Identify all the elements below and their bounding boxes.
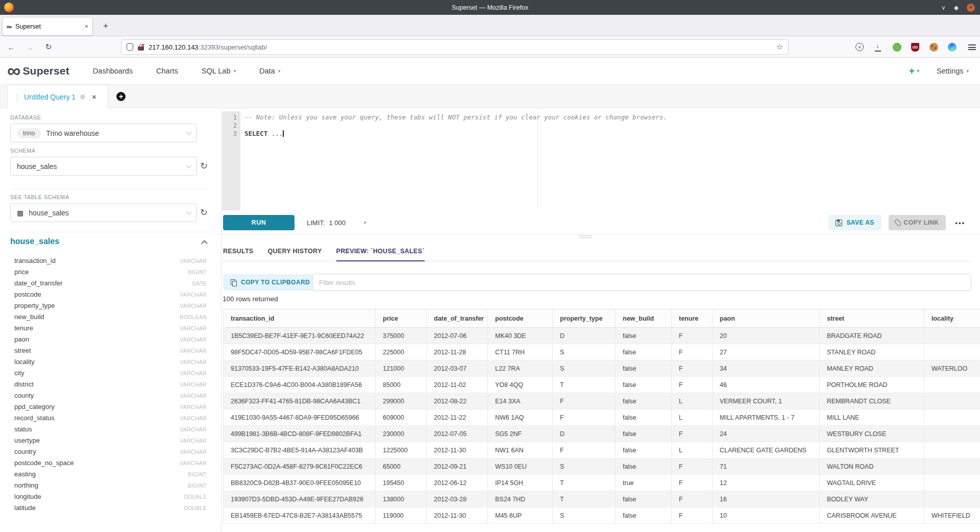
extension-color-icon[interactable] xyxy=(946,41,958,53)
table-row[interactable]: 3C3C29DC-B7B2-4BE5-914A-A38123AF403B1225… xyxy=(224,442,980,458)
schema-column-row[interactable]: longitudeDOUBLE xyxy=(0,491,222,502)
header-cell-property_type[interactable]: property_type xyxy=(553,309,616,328)
header-cell-transaction_id[interactable]: transaction_id xyxy=(224,309,376,328)
extension-ublock-icon[interactable]: UO xyxy=(909,41,921,53)
nav-item-sql-lab[interactable]: SQL Lab▾ xyxy=(202,67,236,75)
tracking-shield-icon[interactable] xyxy=(127,43,133,51)
window-close-icon[interactable]: × xyxy=(967,4,975,12)
schema-column-row[interactable]: districtVARCHAR xyxy=(0,379,222,390)
header-cell-street[interactable]: street xyxy=(820,309,924,328)
url-bar[interactable]: 217.160.120.143:32393/superset/sqllab/ ☆ xyxy=(121,39,789,55)
table-row[interactable]: 193907D3-5DBD-453D-A49E-9FEE27DAB9261380… xyxy=(224,491,980,507)
database-select[interactable]: trino Trino warehouse xyxy=(10,124,197,142)
nav-item-charts[interactable]: Charts xyxy=(156,67,178,75)
forward-icon[interactable]: → xyxy=(23,41,36,53)
header-cell-new_build[interactable]: new_build xyxy=(616,309,672,328)
schema-column-row[interactable]: date_of_transferDATE xyxy=(0,278,222,289)
schema-column-row[interactable]: localityVARCHAR xyxy=(0,356,222,368)
insecure-lock-icon[interactable] xyxy=(138,44,144,51)
refresh-schema-icon[interactable]: ↻ xyxy=(200,160,208,172)
header-cell-paon[interactable]: paon xyxy=(713,309,820,328)
limit-dropdown[interactable]: LIMIT: 1 000 ▾ xyxy=(307,219,366,227)
more-actions-button[interactable]: ••• xyxy=(953,219,967,227)
menu-hamburger-icon[interactable] xyxy=(966,41,978,53)
schema-column-row[interactable]: cityVARCHAR xyxy=(0,368,222,379)
superset-brand[interactable]: ∞ Superset xyxy=(7,63,69,79)
schema-column-row[interactable]: tenureVARCHAR xyxy=(0,323,222,334)
sql-editor[interactable]: 123 -- Note: Unless you save your query,… xyxy=(222,111,971,210)
column-type: VARCHAR xyxy=(180,390,207,401)
add-new-menu[interactable]: +▾ xyxy=(909,66,919,77)
schema-column-row[interactable]: postcode_no_spaceVARCHAR xyxy=(0,457,222,469)
window-minimize-icon[interactable]: ∨ xyxy=(941,4,946,11)
table-row[interactable]: F5C273AC-0D2A-458F-8279-9C61F0C22EC66500… xyxy=(224,458,980,475)
filter-results-input[interactable] xyxy=(312,274,971,291)
schema-column-row[interactable]: ppd_categoryVARCHAR xyxy=(0,401,222,413)
nav-item-dashboards[interactable]: Dashboards xyxy=(93,67,133,75)
table-select[interactable]: ▦ house_sales xyxy=(10,203,197,222)
schema-column-row[interactable]: countryVARCHAR xyxy=(0,446,222,457)
table-row[interactable]: 2636F323-FF41-4765-81DB-98CAA6A43BC12990… xyxy=(224,393,980,409)
table-row[interactable]: 419E1030-9A55-4467-8DA9-9FED95D659666090… xyxy=(224,409,980,426)
new-tab-button[interactable]: + xyxy=(99,19,113,33)
url-text[interactable]: 217.160.120.143:32393/superset/sqllab/ xyxy=(149,43,772,51)
schema-column-row[interactable]: eastingBIGINT xyxy=(0,469,222,480)
query-tab-close-icon[interactable]: × xyxy=(92,93,96,101)
table-row[interactable]: ECE1D376-C9A6-4C00-B004-A380B189FA568500… xyxy=(224,377,980,393)
schema-column-row[interactable]: countyVARCHAR xyxy=(0,390,222,401)
table-row[interactable]: 98F5DC47-0D05-4D59-95B7-98CA6F1FDE052250… xyxy=(224,344,980,360)
schema-column-row[interactable]: record_statusVARCHAR xyxy=(0,413,222,424)
table-row[interactable]: EB1459EB-67ED-47C8-B2E7-A38143AB55751190… xyxy=(224,507,980,524)
reload-icon[interactable]: ↻ xyxy=(42,41,55,53)
schema-column-row[interactable]: statusVARCHAR xyxy=(0,424,222,435)
table-row[interactable]: 1B5C39ED-BE7F-41EF-9E71-9C60EED74A223750… xyxy=(224,328,980,344)
resize-grip[interactable] xyxy=(579,235,592,239)
copy-to-clipboard-button[interactable]: COPY TO CLIPBOARD xyxy=(223,274,317,291)
query-tab[interactable]: ⋮ Untitled Query 1 × xyxy=(7,85,108,109)
chevron-up-icon[interactable] xyxy=(201,240,208,247)
schema-column-row[interactable]: northingBIGINT xyxy=(0,480,222,491)
extension-green-icon[interactable] xyxy=(891,41,903,53)
tab-close-icon[interactable]: × xyxy=(84,22,88,30)
run-button[interactable]: RUN xyxy=(223,215,295,230)
schema-column-row[interactable]: property_typeVARCHAR xyxy=(0,300,222,311)
results-tab-0[interactable]: RESULTS xyxy=(223,248,254,261)
refresh-table-icon[interactable]: ↻ xyxy=(200,207,208,218)
schema-column-row[interactable]: paonVARCHAR xyxy=(0,334,222,345)
editor-code[interactable]: -- Note: Unless you save your query, the… xyxy=(240,111,971,138)
table-schema-header[interactable]: house_sales xyxy=(10,237,59,246)
window-maximize-icon[interactable]: ◆ xyxy=(954,4,959,11)
add-query-tab-button[interactable]: + xyxy=(108,85,134,108)
drag-handle-icon[interactable]: ⋮ xyxy=(14,93,19,101)
schema-column-row[interactable]: transaction_idVARCHAR xyxy=(0,255,222,267)
schema-column-row[interactable]: new_buildBOOLEAN xyxy=(0,311,222,323)
header-cell-postcode[interactable]: postcode xyxy=(488,309,553,328)
results-tab-2[interactable]: PREVIEW: `HOUSE_SALES` xyxy=(336,248,425,261)
pocket-icon[interactable]: ∨ xyxy=(853,41,866,53)
schema-column-row[interactable]: priceBIGINT xyxy=(0,267,222,278)
url-host: 217.160.120.143 xyxy=(149,43,199,51)
schema-column-row[interactable]: usertypeVARCHAR xyxy=(0,435,222,446)
table-cell: 12 xyxy=(713,475,820,491)
schema-column-row[interactable]: streetVARCHAR xyxy=(0,345,222,356)
table-row[interactable]: BB8320C9-D82B-4B37-90E0-9FEE05095E101954… xyxy=(224,475,980,491)
header-cell-price[interactable]: price xyxy=(376,309,427,328)
schema-column-row[interactable]: postcodeVARCHAR xyxy=(0,289,222,300)
table-row[interactable]: 499B1981-3B6B-4BCD-808F-9FED9802BFA12300… xyxy=(224,426,980,442)
settings-menu[interactable]: Settings▾ xyxy=(937,67,969,75)
header-cell-date_of_transfer[interactable]: date_of_transfer xyxy=(427,309,488,328)
browser-tab[interactable]: ∞ Superset × xyxy=(2,17,93,36)
extension-cookie-icon[interactable] xyxy=(927,41,940,53)
save-as-button[interactable]: SAVE AS xyxy=(828,215,881,230)
downloads-icon[interactable] xyxy=(872,41,884,53)
back-icon[interactable]: ← xyxy=(5,41,17,53)
table-row[interactable]: 91370533-19F5-47FE-B142-A380A8ADA2101210… xyxy=(224,360,980,377)
nav-item-data[interactable]: Data▾ xyxy=(259,67,280,75)
bookmark-star-icon[interactable]: ☆ xyxy=(776,42,783,52)
header-cell-tenure[interactable]: tenure xyxy=(672,309,713,328)
copy-link-button[interactable]: COPY LINK xyxy=(889,215,946,230)
header-cell-locality[interactable]: locality xyxy=(924,309,980,328)
schema-column-row[interactable]: latitudeDOUBLE xyxy=(0,502,222,514)
schema-select[interactable]: house_sales xyxy=(10,157,197,176)
results-tab-1[interactable]: QUERY HISTORY xyxy=(268,248,322,261)
